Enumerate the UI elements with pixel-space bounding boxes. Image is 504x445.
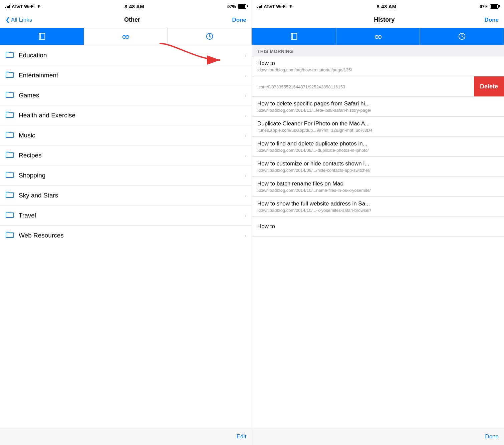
right-tab-history[interactable] <box>420 28 504 45</box>
chevron-icon: › <box>245 72 246 78</box>
history-item[interactable]: .com/0/873355521644371/925242858116153 <box>252 76 474 96</box>
left-done-button[interactable]: Done <box>232 17 246 23</box>
history-item[interactable]: How to delete specific pages from Safari… <box>252 97 504 117</box>
folder-item[interactable]: Entertainment › <box>0 65 252 85</box>
right-tab-bar <box>252 28 504 45</box>
folder-icon <box>5 111 14 120</box>
chevron-icon: › <box>245 112 246 118</box>
folder-item[interactable]: Web Resources › <box>0 226 252 246</box>
folder-item[interactable]: Shopping › <box>0 165 252 185</box>
history-title: How to find and delete duplicate photos … <box>257 140 499 147</box>
right-wifi-icon <box>288 4 293 8</box>
folder-icon <box>5 151 14 160</box>
left-carrier: AT&T Wi-Fi <box>5 4 41 9</box>
history-item-swiped-wrapper: .com/0/873355521644371/925242858116153 D… <box>252 76 504 97</box>
right-tab-bookmarks[interactable] <box>252 28 336 45</box>
chevron-icon: › <box>245 132 246 138</box>
history-title: How to batch rename files on Mac <box>257 180 499 187</box>
folder-item[interactable]: Health and Exercise › <box>0 105 252 125</box>
wifi-icon <box>36 4 41 8</box>
history-item[interactable]: How to customize or hide contacts shown … <box>252 157 504 177</box>
history-title: How to <box>257 223 499 230</box>
history-title: How to customize or hide contacts shown … <box>257 160 499 167</box>
folder-item[interactable]: Sky and Stars › <box>0 185 252 205</box>
chevron-icon: › <box>245 152 246 158</box>
folder-item[interactable]: Education › <box>0 45 252 65</box>
folder-label: Music <box>19 132 245 139</box>
history-title: How to delete specific pages from Safari… <box>257 100 499 107</box>
right-carrier: AT&T Wi-Fi <box>257 4 293 9</box>
folder-item[interactable]: Music › <box>0 125 252 145</box>
history-item[interactable]: How to batch rename files on Mac idownlo… <box>252 177 504 197</box>
delete-button[interactable]: Delete <box>474 76 504 96</box>
right-glasses-icon <box>374 32 383 41</box>
history-url: idownloadblog.com/2014/10/...-x-yosemite… <box>257 208 499 213</box>
right-done-bottom-button[interactable]: Done <box>485 433 499 440</box>
folder-label: Shopping <box>19 172 245 179</box>
right-tab-reading[interactable] <box>336 28 420 45</box>
left-tab-history[interactable] <box>168 28 252 45</box>
folder-icon <box>5 131 14 140</box>
clock-icon <box>205 32 214 41</box>
folder-label: Games <box>19 92 245 99</box>
history-url: itunes.apple.com/us/app/dup...99?mt=12&i… <box>257 128 499 133</box>
folder-item[interactable]: Travel › <box>0 205 252 226</box>
history-url: idownloadblog.com/2014/09/.../hide-conta… <box>257 168 499 173</box>
history-title: Duplicate Cleaner For iPhoto on the Mac … <box>257 120 499 127</box>
history-item[interactable]: Duplicate Cleaner For iPhoto on the Mac … <box>252 117 504 137</box>
folder-label: Recipes <box>19 152 245 159</box>
folder-item[interactable]: Recipes › <box>0 145 252 165</box>
svg-line-6 <box>210 36 211 37</box>
history-list: This Morning How to idownloadblog.com/ta… <box>252 45 504 428</box>
folder-label: Travel <box>19 212 245 219</box>
left-status-bar: AT&T Wi-Fi 8:48 AM 97% <box>0 0 252 12</box>
book-icon <box>38 32 46 41</box>
history-url: idownloadblog.com/2014/11/...lete-ios8-s… <box>257 108 499 113</box>
folders-list: Education › Entertainment › Games › Heal… <box>0 45 252 428</box>
right-nav-title: History <box>374 16 395 23</box>
left-tab-bookmarks[interactable] <box>0 28 84 45</box>
folder-icon <box>5 51 14 60</box>
chevron-icon: › <box>245 192 246 198</box>
folder-label: Entertainment <box>19 72 245 79</box>
right-signal-bars <box>257 4 262 8</box>
history-title: How to <box>257 60 499 67</box>
folder-label: Education <box>19 52 245 59</box>
edit-button[interactable]: Edit <box>237 433 246 440</box>
folder-item[interactable]: Games › <box>0 85 252 105</box>
folder-icon <box>5 191 14 200</box>
svg-line-13 <box>462 36 463 37</box>
back-button[interactable]: ❮ All Links <box>5 16 32 23</box>
left-time: 8:48 AM <box>124 4 144 9</box>
right-battery-area: 97% <box>480 4 499 9</box>
folder-icon <box>5 231 14 240</box>
chevron-icon: › <box>245 172 246 178</box>
left-nav-bar: ❮ All Links Other Done <box>0 12 252 28</box>
right-battery-icon <box>490 4 499 9</box>
history-url: idownloadblog.com/2014/08/...-duplicate-… <box>257 148 499 153</box>
folder-icon <box>5 91 14 100</box>
folder-label: Sky and Stars <box>19 192 245 199</box>
left-bottom-bar: Edit <box>0 428 252 445</box>
history-item[interactable]: How to find and delete duplicate photos … <box>252 137 504 157</box>
right-done-button[interactable]: Done <box>484 17 499 23</box>
history-url: .com/0/873355521644371/925242858116153 <box>257 84 469 89</box>
signal-bars <box>5 4 10 8</box>
right-status-bar: AT&T Wi-Fi 8:48 AM 97% <box>252 0 504 12</box>
left-tab-reading[interactable] <box>84 28 168 45</box>
history-item[interactable]: How to <box>252 217 504 237</box>
chevron-icon: › <box>245 52 246 58</box>
right-panel: AT&T Wi-Fi 8:48 AM 97% History Done <box>252 0 504 445</box>
right-clock-icon <box>458 32 466 41</box>
right-time: 8:48 AM <box>376 4 396 9</box>
folder-icon <box>5 71 14 80</box>
chevron-icon: › <box>245 92 246 98</box>
left-tab-bar <box>0 28 252 45</box>
history-item[interactable]: How to idownloadblog.com/tag/how-to+tuto… <box>252 56 504 76</box>
folder-label: Web Resources <box>19 232 245 239</box>
history-section-header: This Morning <box>252 45 504 56</box>
right-book-icon <box>290 32 298 41</box>
history-item[interactable]: How to show the full website address in … <box>252 197 504 217</box>
left-nav-title: Other <box>124 16 140 23</box>
history-url: idownloadblog.com/tag/how-to+tutorial/pa… <box>257 67 499 72</box>
